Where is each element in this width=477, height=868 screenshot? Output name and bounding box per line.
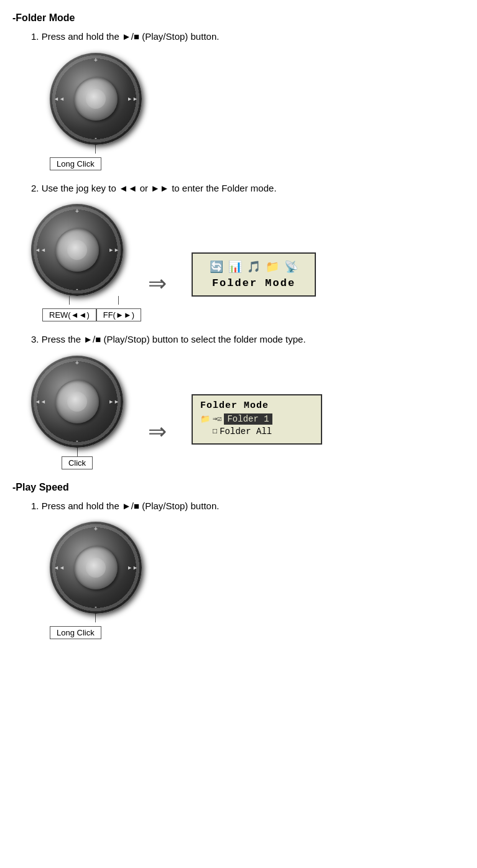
jog-wheel-1: + - ◄◄ ►►	[50, 53, 142, 145]
step3-jog-col: + - ◄◄ ►► Click	[31, 356, 123, 469]
jog-center-dot-2	[67, 240, 87, 260]
lcd-folderall-row: 📁 □ Folder All	[200, 427, 313, 436]
jog-label-bottom-2: -	[76, 285, 78, 292]
lcd-folder-select: Folder Mode 📁 ⇒☑ Folder 1 📁 □ Folder All	[192, 394, 322, 445]
lcd-icon-2: 📊	[228, 260, 242, 274]
lcd-icon-4: 📁	[266, 260, 279, 274]
jog-label-top-3: +	[75, 359, 79, 366]
step2-jog-col: + - ◄◄ ►► REW(◄◄)	[31, 204, 123, 321]
lcd-folder-mode: 🔄 📊 🎵 📁 📡 Folder Mode	[192, 252, 316, 297]
lcd-folder1-selected: Folder 1	[224, 413, 272, 425]
lcd-folder-select-header: Folder Mode	[200, 400, 313, 411]
rew-label: REW(◄◄)	[42, 308, 96, 321]
jog-center-dot-4	[86, 558, 106, 578]
arrow-step2: ⇒	[148, 270, 167, 297]
connector-1	[95, 145, 96, 154]
jog-center-dot-1	[86, 89, 106, 109]
lcd-folderall-text: Folder All	[220, 427, 272, 436]
lcd-icon-5: 📡	[284, 260, 298, 274]
jog-label-right-1: ►►	[127, 96, 138, 102]
jog-label-right-4: ►►	[127, 565, 138, 571]
step1-text: 1. Press and hold the ►/■ (Play/Stop) bu…	[31, 30, 465, 44]
folder-mode-section: -Folder Mode 1. Press and hold the ►/■ (…	[12, 12, 465, 469]
jog-label-bottom-4: -	[95, 603, 96, 610]
jog-label-top-4: +	[94, 525, 98, 532]
play-speed-step1-text: 1. Press and hold the ►/■ (Play/Stop) bu…	[31, 499, 465, 514]
lcd-icon-1: 🔄	[210, 260, 223, 274]
long-click-label-2: Long Click	[50, 626, 101, 639]
play-speed-section: -Play Speed 1. Press and hold the ►/■ (P…	[12, 482, 465, 640]
folder-mode-step3: 3. Press the ►/■ (Play/Stop) button to s…	[31, 333, 465, 469]
jog-label-top-2: +	[75, 208, 79, 215]
arrow-step3: ⇒	[148, 418, 167, 445]
jog-label-left-1: ◄◄	[53, 96, 65, 102]
jog-label-bottom-3: -	[76, 437, 78, 444]
lcd-folder-mode-title: Folder Mode	[212, 277, 295, 289]
step3-text: 3. Press the ►/■ (Play/Stop) button to s…	[31, 333, 465, 347]
play-speed-header: -Play Speed	[12, 482, 465, 493]
jog-wheel-4: + - ◄◄ ►►	[50, 522, 142, 614]
jog-label-left-2: ◄◄	[35, 247, 46, 253]
ff-label: FF(►►)	[96, 308, 141, 321]
jog-center-dot-3	[67, 392, 87, 412]
folder-mode-header: -Folder Mode	[12, 12, 465, 24]
jog-center-ring-1	[74, 77, 118, 121]
click-label: Click	[62, 456, 93, 469]
folder-mode-step1: 1. Press and hold the ►/■ (Play/Stop) bu…	[31, 30, 465, 170]
connector-4	[95, 614, 96, 622]
lcd-folderall-check: □	[213, 427, 217, 436]
jog-center-ring-2	[55, 228, 99, 272]
connector-3	[77, 448, 78, 456]
long-click-label-1: Long Click	[50, 157, 101, 170]
jog-label-right-3: ►►	[108, 399, 119, 405]
jog-label-top-1: +	[94, 57, 98, 63]
step2-text: 2. Use the jog key to ◄◄ or ►► to enter …	[31, 182, 465, 196]
play-speed-step1: 1. Press and hold the ►/■ (Play/Stop) bu…	[31, 499, 465, 640]
jog-label-bottom-1: -	[95, 134, 96, 141]
lcd-folder1-row: 📁 ⇒☑ Folder 1	[200, 413, 313, 425]
jog-label-right-2: ►►	[108, 247, 119, 253]
jog-wheel-3: + - ◄◄ ►►	[31, 356, 123, 448]
lcd-folder-arrow: ⇒☑	[213, 414, 221, 423]
jog-center-ring-4	[74, 546, 118, 589]
lcd-folder-icon-1: 📁	[200, 414, 210, 424]
lcd-icons-row: 🔄 📊 🎵 📁 📡	[210, 260, 298, 274]
lcd-icon-3: 🎵	[247, 260, 261, 274]
jog-center-ring-3	[55, 380, 99, 423]
jog-label-left-3: ◄◄	[35, 399, 46, 405]
jog-label-left-4: ◄◄	[53, 565, 65, 571]
jog-wheel-2: + - ◄◄ ►►	[31, 204, 123, 296]
folder-mode-step2: 2. Use the jog key to ◄◄ or ►► to enter …	[31, 182, 465, 322]
